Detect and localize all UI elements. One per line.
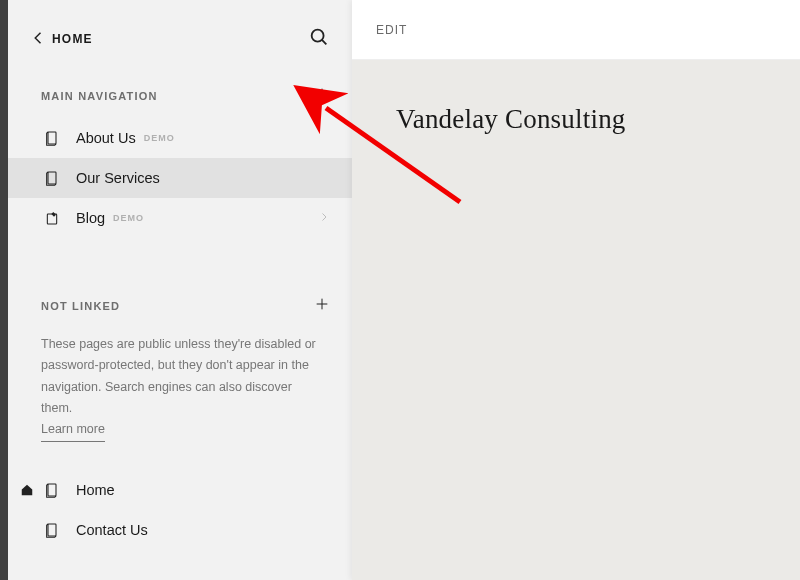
nav-label: Contact Us [76,522,148,538]
nav-label: Our Services [76,170,160,186]
plus-icon [314,88,330,105]
svg-point-0 [312,30,324,42]
svg-rect-10 [48,524,56,536]
search-button[interactable] [308,26,330,52]
left-rail [0,0,8,580]
edit-button[interactable]: EDIT [376,23,407,37]
not-linked-header: NOT LINKED [8,286,352,328]
add-page-main-nav[interactable] [314,86,330,106]
page-icon [44,130,60,146]
add-page-not-linked[interactable] [314,296,330,316]
home-indicator-icon [20,483,34,497]
not-linked-list: Home Contact Us [8,470,352,550]
breadcrumb-label: HOME [52,32,93,46]
chevron-right-icon [318,209,330,227]
demo-badge: DEMO [144,133,175,143]
nav-label: Blog [76,210,105,226]
nav-item-about-us[interactable]: About Us DEMO [8,118,352,158]
svg-rect-5 [48,172,56,184]
blog-icon [44,210,60,226]
svg-rect-9 [48,484,56,496]
search-icon [308,34,330,51]
learn-more-link[interactable]: Learn more [41,419,105,442]
nav-item-our-services[interactable]: Our Services [8,158,352,198]
preview-body[interactable]: Vandelay Consulting [352,60,800,580]
plus-icon [314,298,330,315]
demo-badge: DEMO [113,213,144,223]
page-icon [44,170,60,186]
svg-rect-4 [48,132,56,144]
page-icon [44,482,60,498]
breadcrumb: HOME [8,10,352,76]
svg-rect-6 [47,214,56,224]
site-title[interactable]: Vandelay Consulting [396,104,800,135]
nav-item-contact-us[interactable]: Contact Us [8,510,352,550]
main-nav-title: MAIN NAVIGATION [41,90,158,102]
description-text: These pages are public unless they're di… [41,337,316,415]
main-nav-list: About Us DEMO Our Services Blog DEMO [8,118,352,238]
not-linked-description: These pages are public unless they're di… [8,328,352,452]
nav-item-home[interactable]: Home [8,470,352,510]
nav-item-blog[interactable]: Blog DEMO [8,198,352,238]
pages-sidebar: HOME MAIN NAVIGATION About Us DEMO [8,0,352,580]
back-to-home[interactable]: HOME [26,29,93,50]
site-preview: EDIT Vandelay Consulting [352,0,800,580]
chevron-left-icon [30,29,48,50]
page-icon [44,522,60,538]
preview-topbar: EDIT [352,0,800,60]
nav-label: Home [76,482,115,498]
main-nav-header: MAIN NAVIGATION [8,76,352,118]
not-linked-title: NOT LINKED [41,300,120,312]
svg-line-1 [322,40,326,44]
nav-label: About Us [76,130,136,146]
